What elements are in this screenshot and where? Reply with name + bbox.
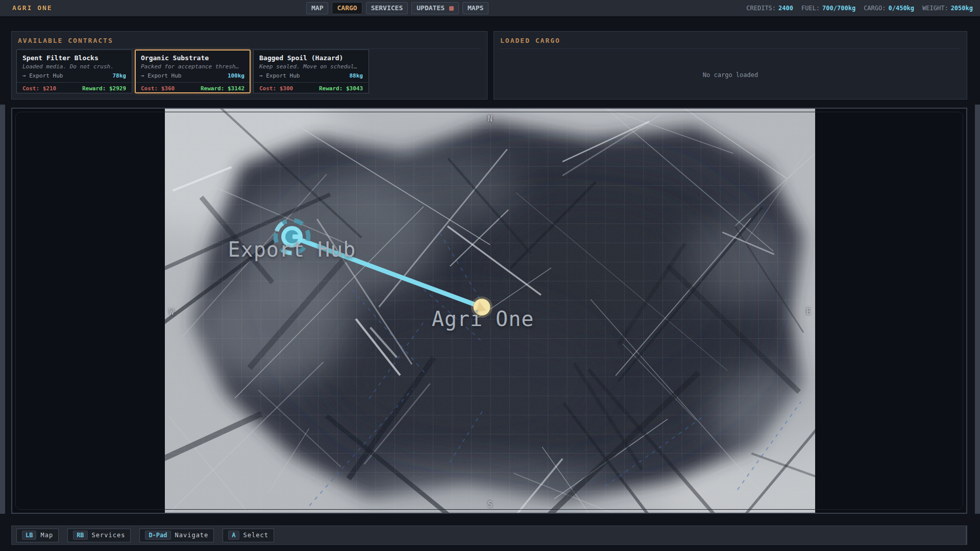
app-root: AGRI ONE MAP CARGO SERVICES UPDATES MAPS… [0, 0, 980, 551]
tab-bar: MAP CARGO SERVICES UPDATES MAPS [306, 2, 488, 14]
cargo-label: CARGO: [864, 5, 886, 12]
updates-notification-dot-icon [449, 6, 454, 11]
top-bar: AGRI ONE MAP CARGO SERVICES UPDATES MAPS… [0, 0, 980, 17]
hint-services-label: Services [92, 532, 126, 539]
hint-a-select[interactable]: A Select [223, 529, 274, 542]
weight-value: 2050kg [951, 5, 973, 12]
fuel-value: 700/700kg [822, 5, 855, 12]
tab-cargo-label: CARGO [337, 3, 357, 14]
available-contracts-panel: AVAILABLE CONTRACTS Spent Filter Blocks … [11, 31, 487, 99]
contract-cost: Cost: $360 [141, 85, 175, 92]
contract-cost: Cost: $300 [259, 85, 293, 92]
credits-label: CREDITS: [746, 5, 776, 12]
contract-weight: 100kg [228, 72, 244, 80]
tab-services[interactable]: SERVICES [366, 2, 408, 14]
tab-services-label: SERVICES [371, 3, 403, 14]
contract-money-row: Cost: $300 Reward: $3043 [254, 82, 369, 92]
contract-reward: Reward: $3142 [201, 85, 244, 92]
contract-money-row: Cost: $210 Reward: $2929 [17, 82, 132, 92]
hint-dpad-navigate[interactable]: D-Pad Navigate [139, 529, 214, 542]
contract-destination: → Export Hub [259, 72, 300, 80]
weight-stat: WEIGHT:2050kg [922, 5, 973, 12]
tab-cargo[interactable]: CARGO [332, 2, 362, 14]
controller-hint-bar: LB Map RB Services D-Pad Navigate A Sele… [11, 525, 967, 545]
rb-key-badge: RB [73, 531, 87, 540]
loaded-cargo-panel: LOADED CARGO No cargo loaded [494, 31, 967, 99]
tab-updates[interactable]: UPDATES [411, 2, 459, 14]
contract-card-list: Spent Filter Blocks Loaded media. Do not… [16, 49, 487, 93]
contract-title: Spent Filter Blocks [22, 54, 126, 62]
contract-route-row: → Export Hub 78kg [22, 72, 126, 80]
contract-route-row: → Export Hub 100kg [141, 72, 244, 80]
right-frame-strip [975, 105, 980, 514]
map-viewport[interactable]: Export Hub Agri One N S W E [165, 109, 815, 513]
cargo-empty-message: No cargo loaded [494, 71, 967, 79]
left-frame-strip [0, 105, 5, 514]
contract-money-row: Cost: $360 Reward: $3142 [136, 82, 250, 92]
credits-value: 2400 [778, 5, 793, 12]
fuel-label: FUEL: [801, 5, 820, 12]
contract-description: Packed for acceptance thresh… [141, 63, 244, 70]
contract-cost: Cost: $210 [22, 85, 56, 92]
contract-weight: 88kg [350, 72, 363, 80]
contract-card-organic-substrate[interactable]: Organic Substrate Packed for acceptance … [135, 49, 251, 93]
hint-navigate-label: Navigate [175, 532, 209, 539]
tab-maps-label: MAPS [468, 3, 483, 14]
a-key-badge: A [228, 531, 239, 540]
contract-card-bagged-spoil[interactable]: Bagged Spoil (Hazard) Keep sealed. Move … [253, 49, 369, 93]
map-panel: Export Hub Agri One N S W E [11, 108, 967, 514]
lb-key-badge: LB [22, 531, 36, 540]
dpad-key-badge: D-Pad [145, 531, 170, 540]
hint-rb-services[interactable]: RB Services [67, 529, 131, 542]
contract-description: Loaded media. Do not crush. [22, 63, 126, 70]
cargo-panel-header: LOADED CARGO [500, 37, 961, 49]
hint-map-label: Map [40, 532, 53, 539]
status-readouts: CREDITS:2400 FUEL:700/700kg CARGO:0/450k… [746, 0, 973, 16]
contract-title: Organic Substrate [141, 54, 244, 62]
contract-reward: Reward: $3043 [319, 85, 363, 92]
tab-map[interactable]: MAP [306, 2, 328, 14]
contract-title: Bagged Spoil (Hazard) [259, 54, 363, 62]
app-title: AGRI ONE [12, 0, 53, 16]
contract-destination: → Export Hub [22, 72, 63, 80]
contracts-panel-header: AVAILABLE CONTRACTS [18, 37, 481, 49]
map-terrain-texture [165, 109, 815, 513]
contract-weight: 78kg [113, 72, 127, 80]
tab-maps[interactable]: MAPS [462, 2, 488, 14]
cargo-value: 0/450kg [888, 5, 914, 12]
tab-updates-label: UPDATES [416, 3, 445, 14]
hint-lb-map[interactable]: LB Map [16, 529, 59, 542]
tab-map-label: MAP [311, 3, 323, 14]
contract-description: Keep sealed. Move on schedul… [259, 63, 363, 70]
contract-route-row: → Export Hub 88kg [259, 72, 363, 80]
fuel-stat: FUEL:700/700kg [801, 5, 855, 12]
credits-stat: CREDITS:2400 [746, 5, 793, 12]
contract-reward: Reward: $2929 [82, 85, 126, 92]
weight-label: WEIGHT: [922, 5, 948, 12]
hint-select-label: Select [243, 532, 268, 539]
cargo-stat: CARGO:0/450kg [864, 5, 914, 12]
contract-destination: → Export Hub [141, 72, 181, 80]
contract-card-spent-filter-blocks[interactable]: Spent Filter Blocks Loaded media. Do not… [16, 49, 132, 93]
